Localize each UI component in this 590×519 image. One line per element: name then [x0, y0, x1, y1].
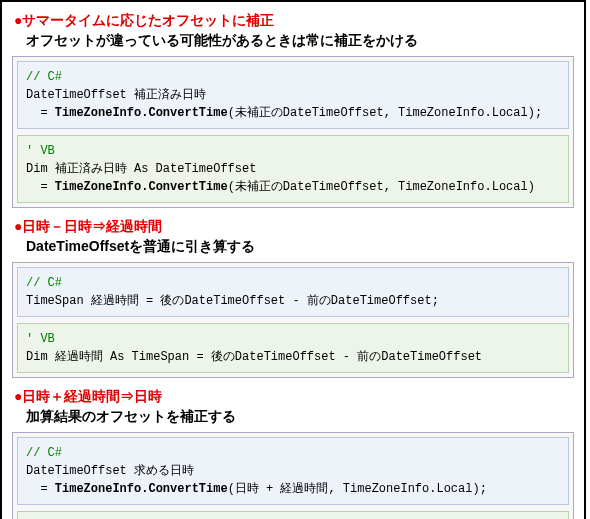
cs-line2b: TimeZoneInfo.ConvertTime — [55, 482, 228, 496]
code-vb-3: ' VB Dim 求める日時 As DateTimeOffset = TimeZ… — [17, 511, 569, 519]
vb-comment: ' VB — [26, 144, 55, 158]
vb-line1: Dim 経過時間 As TimeSpan = 後のDateTimeOffset … — [26, 350, 482, 364]
code-group-1: // C# DateTimeOffset 補正済み日時 = TimeZoneIn… — [12, 56, 574, 208]
code-vb-1: ' VB Dim 補正済み日時 As DateTimeOffset = Time… — [17, 135, 569, 203]
document-frame: ●サマータイムに応じたオフセットに補正 オフセットが違っている可能性があるときは… — [0, 0, 586, 519]
cs-line1: DateTimeOffset 補正済み日時 — [26, 88, 206, 102]
code-csharp-3: // C# DateTimeOffset 求める日時 = TimeZoneInf… — [17, 437, 569, 505]
code-group-2: // C# TimeSpan 経過時間 = 後のDateTimeOffset -… — [12, 262, 574, 378]
section-1-title: ●サマータイムに応じたオフセットに補正 — [14, 12, 574, 30]
vb-line2c: (未補正のDateTimeOffset, TimeZoneInfo.Local) — [228, 180, 535, 194]
cs-line2c: (日時 + 経過時間, TimeZoneInfo.Local); — [228, 482, 487, 496]
section-2-title: ●日時－日時⇒経過時間 — [14, 218, 574, 236]
code-vb-2: ' VB Dim 経過時間 As TimeSpan = 後のDateTimeOf… — [17, 323, 569, 373]
section-1: ●サマータイムに応じたオフセットに補正 オフセットが違っている可能性があるときは… — [12, 12, 574, 208]
code-csharp-2: // C# TimeSpan 経過時間 = 後のDateTimeOffset -… — [17, 267, 569, 317]
cs-comment: // C# — [26, 70, 62, 84]
vb-comment: ' VB — [26, 332, 55, 346]
section-2: ●日時－日時⇒経過時間 DateTimeOffsetを普通に引き算する // C… — [12, 218, 574, 378]
cs-line1: TimeSpan 経過時間 = 後のDateTimeOffset - 前のDat… — [26, 294, 439, 308]
vb-line1: Dim 補正済み日時 As DateTimeOffset — [26, 162, 256, 176]
vb-line2a: = — [26, 180, 55, 194]
section-3-title: ●日時＋経過時間⇒日時 — [14, 388, 574, 406]
cs-line1: DateTimeOffset 求める日時 — [26, 464, 194, 478]
section-2-title-text: 日時－日時⇒経過時間 — [22, 218, 162, 234]
vb-line2b: TimeZoneInfo.ConvertTime — [55, 180, 228, 194]
section-1-subtitle: オフセットが違っている可能性があるときは常に補正をかける — [26, 32, 574, 50]
section-3-title-text: 日時＋経過時間⇒日時 — [22, 388, 162, 404]
code-csharp-1: // C# DateTimeOffset 補正済み日時 = TimeZoneIn… — [17, 61, 569, 129]
cs-comment: // C# — [26, 276, 62, 290]
cs-line2a: = — [26, 106, 55, 120]
section-3: ●日時＋経過時間⇒日時 加算結果のオフセットを補正する // C# DateTi… — [12, 388, 574, 519]
cs-line2a: = — [26, 482, 55, 496]
cs-line2c: (未補正のDateTimeOffset, TimeZoneInfo.Local)… — [228, 106, 542, 120]
section-1-title-text: サマータイムに応じたオフセットに補正 — [22, 12, 274, 28]
code-group-3: // C# DateTimeOffset 求める日時 = TimeZoneInf… — [12, 432, 574, 519]
section-2-subtitle: DateTimeOffsetを普通に引き算する — [26, 238, 574, 256]
cs-comment: // C# — [26, 446, 62, 460]
cs-line2b: TimeZoneInfo.ConvertTime — [55, 106, 228, 120]
section-3-subtitle: 加算結果のオフセットを補正する — [26, 408, 574, 426]
